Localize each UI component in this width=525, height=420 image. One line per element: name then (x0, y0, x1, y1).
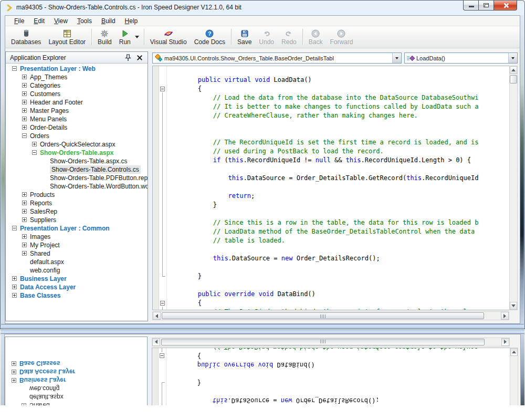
expand-icon[interactable] (22, 192, 27, 197)
build-button[interactable]: Build (94, 27, 116, 47)
run-label: Run (119, 38, 131, 46)
databases-button[interactable]: Databases (7, 27, 45, 47)
restore-button[interactable] (479, 1, 494, 10)
tree-item[interactable]: Show-Orders-Table.aspx.cs (6, 157, 148, 165)
scroll-up-button[interactable] (510, 66, 517, 74)
run-dropdown-button[interactable] (134, 27, 142, 47)
class-dropdown[interactable]: ma94305.UI.Controls.Show_Orders_Table.Ba… (152, 52, 402, 64)
tree-item[interactable]: Presentation Layer : Common (6, 224, 148, 233)
code-docs-button[interactable]: ? Code Docs (191, 27, 229, 47)
member-dropdown[interactable]: LoadData() (404, 52, 518, 64)
class-dropdown-button[interactable] (392, 53, 401, 63)
menu-item-help[interactable]: Help (120, 16, 143, 26)
tree-item[interactable]: web.config (6, 266, 148, 275)
collapse-icon[interactable] (160, 87, 165, 91)
tree-item[interactable]: Suppliers (6, 216, 148, 224)
tree-item[interactable]: default.aspx (6, 258, 148, 266)
tree-item[interactable]: Data Access Layer (6, 283, 148, 291)
tree-item[interactable]: Master Pages (6, 107, 148, 115)
vertical-scroll-thumb[interactable] (510, 75, 517, 83)
collapse-icon[interactable] (160, 301, 165, 306)
horizontal-scroll-thumb[interactable] (162, 312, 484, 319)
minimize-button[interactable] (463, 1, 479, 10)
tree-item[interactable]: Orders (6, 132, 148, 140)
forward-button[interactable]: Forward (326, 27, 356, 47)
chevron-down-icon (511, 57, 514, 59)
tree-item[interactable]: Show-Orders-Table.Controls.cs (6, 165, 148, 174)
menu-item-edit[interactable]: Edit (29, 16, 49, 26)
expand-icon[interactable] (22, 243, 27, 247)
tree-item[interactable]: Customers (6, 90, 148, 98)
menu-item-file[interactable]: File (9, 16, 29, 26)
run-button[interactable]: Run (116, 27, 134, 47)
scroll-left-button[interactable] (153, 312, 161, 320)
tree-item[interactable]: Show-Orders-Table.WordButton.word (6, 182, 148, 191)
expand-icon[interactable] (22, 125, 27, 130)
code-line (167, 281, 509, 290)
collapse-icon[interactable] (12, 226, 17, 230)
menu-item-view[interactable]: View (49, 16, 72, 26)
close-button[interactable] (494, 1, 517, 10)
tree-item[interactable]: Show-Orders-Table.aspx (6, 149, 148, 157)
collapse-icon[interactable] (22, 133, 27, 138)
expand-icon[interactable] (22, 234, 27, 239)
redo-button[interactable]: Redo (278, 27, 300, 47)
tree-item-label: Products (30, 191, 55, 199)
tree-item[interactable]: Reports (6, 199, 148, 207)
member-dropdown-button[interactable] (508, 53, 517, 63)
tree-item[interactable]: Header and Footer (6, 98, 148, 107)
tree-item[interactable]: Shared (6, 249, 148, 258)
tree-item[interactable]: Base Classes (6, 291, 148, 300)
expand-icon[interactable] (32, 142, 37, 146)
tree-item[interactable]: App_Themes (6, 73, 148, 81)
expand-icon[interactable] (22, 251, 27, 256)
save-button[interactable]: Save (234, 27, 255, 47)
horizontal-scrollbar[interactable] (152, 311, 509, 320)
panel-splitter[interactable] (148, 51, 152, 321)
tree-item[interactable]: Images (6, 233, 148, 241)
back-button[interactable]: Back (305, 27, 327, 47)
expand-icon[interactable] (22, 117, 27, 121)
scroll-right-button[interactable] (501, 312, 509, 320)
expand-icon[interactable] (22, 100, 27, 104)
tree-item[interactable]: Order-Details (6, 123, 148, 132)
expand-icon[interactable] (22, 201, 27, 205)
expand-icon[interactable] (12, 276, 17, 281)
pin-icon[interactable] (124, 54, 132, 61)
tree-item[interactable]: Menu Panels (6, 115, 148, 123)
app-window: ma94305 - Show-Orders-Table.Controls.cs … (0, 0, 525, 329)
explorer-tree[interactable]: Presentation Layer : WebApp_ThemesCatego… (6, 64, 148, 321)
layout-editor-button[interactable]: Layout Editor (45, 27, 89, 47)
expand-icon[interactable] (22, 217, 27, 222)
visual-studio-button[interactable]: Visual Studio (146, 27, 191, 47)
vertical-scrollbar[interactable] (509, 66, 518, 310)
collapse-icon[interactable] (32, 150, 37, 155)
code-editor[interactable]: public virtual void LoadData() { // Load… (152, 66, 509, 310)
tree-item-label: Menu Panels (30, 115, 67, 123)
tree-item[interactable]: Presentation Layer : Web (6, 65, 148, 73)
expand-icon[interactable] (12, 293, 17, 298)
undo-button[interactable]: Undo (255, 27, 278, 47)
tree-item[interactable]: Show-Orders-Table.PDFButton.report (6, 174, 148, 182)
app-logo-icon (6, 4, 13, 12)
explorer-close-icon[interactable] (136, 54, 143, 61)
scroll-down-button[interactable] (510, 302, 517, 310)
expand-icon[interactable] (22, 108, 27, 113)
tree-item[interactable]: Products (6, 191, 148, 199)
menu-item-build[interactable]: Build (97, 16, 120, 26)
collapse-icon[interactable] (12, 66, 17, 71)
tree-item[interactable]: Business Layer (6, 275, 148, 283)
title-bar[interactable]: ma94305 - Show-Orders-Table.Controls.cs … (1, 1, 524, 15)
tree-item[interactable]: Orders-QuickSelector.aspx (6, 140, 148, 149)
expand-icon[interactable] (22, 209, 27, 214)
code-docs-label: Code Docs (194, 38, 225, 46)
tree-item[interactable]: Categories (6, 81, 148, 90)
editor-navigation-bar: ma94305.UI.Controls.Show_Orders_Table.Ba… (152, 52, 518, 64)
tree-item[interactable]: SalesRep (6, 207, 148, 216)
tree-item[interactable]: My Project (6, 241, 148, 249)
expand-icon[interactable] (22, 83, 27, 88)
expand-icon[interactable] (22, 91, 27, 96)
expand-icon[interactable] (12, 285, 17, 289)
menu-item-tools[interactable]: Tools (72, 16, 97, 26)
expand-icon[interactable] (22, 75, 27, 79)
